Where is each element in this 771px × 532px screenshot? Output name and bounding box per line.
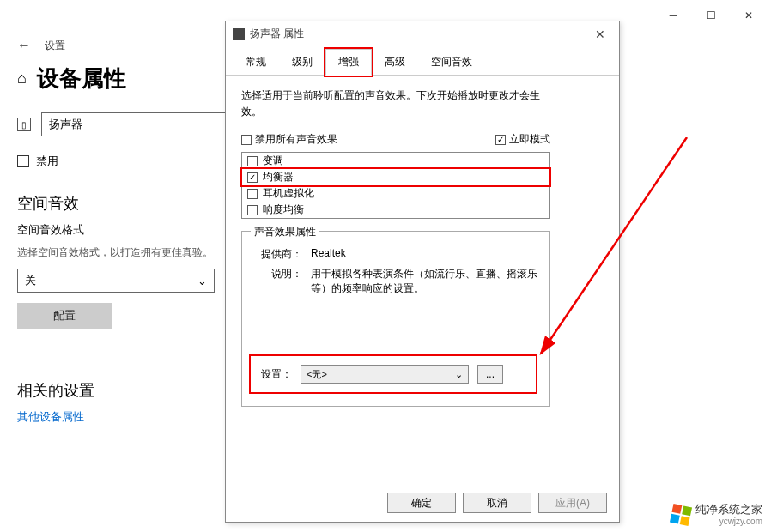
tab-body: 选择适用于当前聆听配置的声音效果。下次开始播放时更改才会生效。 禁用所有声音效果…	[226, 76, 619, 483]
chevron-down-icon: ⌄	[197, 275, 207, 287]
tab-spatial[interactable]: 空间音效	[418, 49, 485, 76]
effect-label: 耳机虚拟化	[263, 186, 314, 201]
effect-checkbox[interactable]: ✓	[247, 172, 258, 183]
page-title: 设备属性	[37, 63, 126, 94]
effect-checkbox[interactable]	[247, 189, 258, 199]
close-button[interactable]: ✕	[730, 3, 768, 27]
watermark-logo	[670, 504, 692, 526]
chevron-down-icon: ⌄	[455, 369, 463, 380]
speaker-icon: ▯	[17, 118, 31, 131]
disable-all-label: 禁用所有声音效果	[255, 132, 337, 147]
setting-value: <无>	[307, 368, 327, 381]
effect-loudness-eq[interactable]: 响度均衡	[242, 202, 549, 218]
disable-all-checkbox[interactable]	[241, 135, 252, 145]
effect-label: 响度均衡	[263, 203, 304, 217]
spatial-format-select[interactable]: 关 ⌄	[17, 269, 215, 293]
immediate-mode-label: 立即模式	[509, 132, 550, 147]
tab-strip: 常规 级别 增强 高级 空间音效	[226, 48, 619, 76]
effect-label: 均衡器	[263, 170, 294, 184]
dialog-title: 扬声器 属性	[250, 27, 583, 41]
maximize-button[interactable]: ☐	[692, 3, 730, 27]
device-name-input[interactable]	[41, 112, 230, 136]
dialog-close-button[interactable]: ✕	[588, 27, 612, 41]
tab-enhancements[interactable]: 增强	[325, 49, 372, 76]
setting-browse-button[interactable]: ...	[477, 365, 503, 384]
watermark: 纯净系统之家 ycwjzy.com	[671, 503, 762, 527]
dialog-icon	[233, 28, 245, 40]
disable-checkbox[interactable]	[17, 155, 29, 167]
config-button[interactable]: 配置	[17, 303, 112, 329]
provider-label: 提供商：	[254, 247, 302, 262]
effect-properties: 声音效果属性 提供商： Realtek 说明： 用于模拟各种表演条件（如流行乐、…	[241, 231, 550, 407]
effect-equalizer[interactable]: ✓ 均衡器	[242, 169, 549, 185]
effect-headphone-virt[interactable]: 耳机虚拟化	[242, 185, 549, 202]
watermark-url: ycwjzy.com	[719, 517, 762, 527]
ok-button[interactable]: 确定	[387, 493, 456, 513]
effect-checkbox[interactable]	[247, 205, 258, 215]
dialog-buttons: 确定 取消 应用(A)	[226, 483, 619, 522]
desc-label: 说明：	[254, 267, 302, 296]
effect-checkbox[interactable]	[247, 156, 258, 166]
cancel-button[interactable]: 取消	[463, 493, 531, 513]
watermark-text: 纯净系统之家	[695, 503, 762, 517]
effects-list[interactable]: 变调 ✓ 均衡器 耳机虚拟化 响度均衡	[241, 152, 550, 219]
setting-row: 设置： <无> ⌄ ...	[251, 356, 536, 392]
setting-select[interactable]: <无> ⌄	[301, 365, 469, 384]
speaker-properties-dialog: 扬声器 属性 ✕ 常规 级别 增强 高级 空间音效 选择适用于当前聆听配置的声音…	[225, 21, 620, 523]
tab-levels[interactable]: 级别	[279, 49, 325, 76]
tab-general[interactable]: 常规	[233, 49, 279, 76]
setting-label: 设置：	[261, 367, 292, 382]
back-icon[interactable]: ←	[17, 38, 31, 53]
effect-pitch-shift[interactable]: 变调	[242, 153, 549, 169]
provider-value: Realtek	[311, 247, 537, 262]
effect-label: 变调	[263, 154, 283, 168]
settings-label: 设置	[45, 39, 65, 53]
apply-button[interactable]: 应用(A)	[538, 493, 607, 513]
disable-label: 禁用	[36, 154, 58, 169]
home-icon[interactable]: ⌂	[17, 70, 27, 88]
minimize-button[interactable]: ─	[654, 3, 692, 27]
spatial-desc: 选择空间音效格式，以打造拥有更佳真验。	[17, 245, 215, 260]
desc-value: 用于模拟各种表演条件（如流行乐、直播、摇滚乐等）的频率响应的设置。	[311, 267, 537, 296]
spatial-format-value: 关	[25, 273, 36, 288]
immediate-mode-checkbox[interactable]: ✓	[495, 135, 506, 145]
dialog-titlebar[interactable]: 扬声器 属性 ✕	[226, 21, 619, 46]
enhancement-description: 选择适用于当前聆听配置的声音效果。下次开始播放时更改才会生效。	[241, 88, 550, 120]
tab-advanced[interactable]: 高级	[372, 49, 418, 76]
properties-legend: 声音效果属性	[251, 225, 319, 239]
